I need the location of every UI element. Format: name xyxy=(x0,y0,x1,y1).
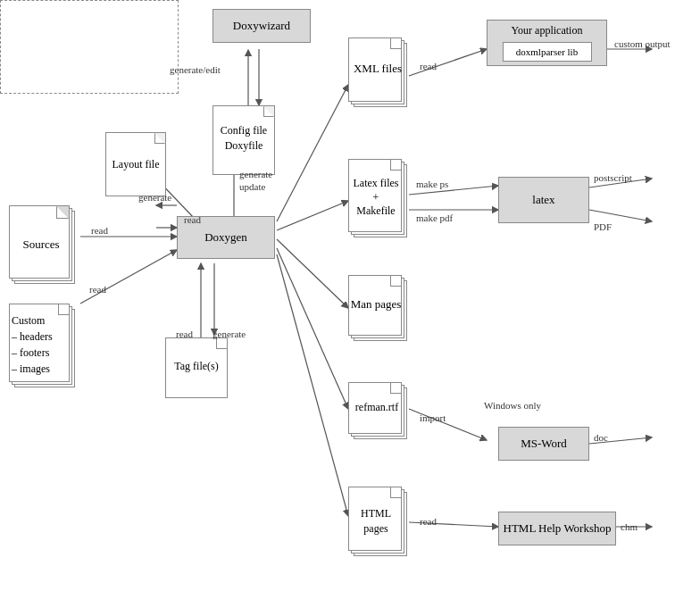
doxmlparser-label: doxmlparser lib xyxy=(516,46,578,58)
html-help-box: HTML Help Workshop xyxy=(498,512,616,545)
import-label: import xyxy=(420,412,446,423)
generate-layout-label: generate xyxy=(138,192,171,203)
man-pages-label: Man pages xyxy=(350,296,402,312)
svg-line-22 xyxy=(589,210,652,221)
doc-label-out: doc xyxy=(594,432,608,443)
read-custom-label: read xyxy=(89,284,106,295)
make-pdf-label: make pdf xyxy=(416,212,453,223)
doxmlparser-box: doxmlparser lib xyxy=(503,42,592,62)
read-html-label: read xyxy=(420,516,437,527)
layout-file-label: Layout file xyxy=(107,157,164,172)
generate-update-label: generateupdate xyxy=(239,168,272,194)
html-help-label: HTML Help Workshop xyxy=(504,521,612,537)
svg-line-13 xyxy=(277,254,348,516)
windows-only-label: Windows only xyxy=(484,400,541,411)
latex-box: latex xyxy=(498,177,589,223)
latex-files-label: Latex files+Makefile xyxy=(350,177,402,219)
svg-line-11 xyxy=(277,239,348,308)
diagram: Doxywizard Doxygen Your application doxm… xyxy=(0,0,700,616)
ms-word-label: MS-Word xyxy=(521,437,567,452)
pdf-label: PDF xyxy=(594,221,612,232)
latex-label: latex xyxy=(532,193,554,208)
doxygen-label: Doxygen xyxy=(204,230,247,246)
custom-label: Custom– headers– footers– images xyxy=(12,312,67,377)
xml-files-label: XML files xyxy=(352,61,404,77)
read-tag-label: read xyxy=(176,329,193,339)
postscript-label: postscript xyxy=(594,172,632,183)
sources-label: Sources xyxy=(14,237,68,253)
custom-output-label: custom output xyxy=(614,37,671,50)
svg-line-9 xyxy=(277,85,348,221)
tag-file-label: Tag file(s) xyxy=(167,359,226,374)
svg-line-10 xyxy=(277,201,348,230)
your-app-box: Your application doxmlparser lib xyxy=(487,20,607,66)
html-pages-label: HTMLpages xyxy=(350,506,402,537)
read-xml-label: read xyxy=(420,61,437,71)
svg-line-12 xyxy=(277,248,348,409)
refman-label: refman.rtf xyxy=(350,400,404,415)
ms-word-box: MS-Word xyxy=(498,427,589,461)
svg-line-16 xyxy=(80,250,177,304)
your-app-label: Your application xyxy=(512,24,583,38)
read-config-label: read xyxy=(184,214,201,225)
read-sources-label: read xyxy=(91,225,108,236)
doxywizard-label: Doxywizard xyxy=(233,19,290,34)
make-ps-label: make ps xyxy=(416,179,448,189)
config-file-label: Config fileDoxyfile xyxy=(214,123,273,154)
windows-only-box xyxy=(0,0,179,94)
doxywizard-box: Doxywizard xyxy=(212,9,311,43)
generate-tag-label: generate xyxy=(212,329,246,339)
chm-label: chm xyxy=(621,521,638,532)
generate-edit-label: generate/edit xyxy=(170,64,221,75)
